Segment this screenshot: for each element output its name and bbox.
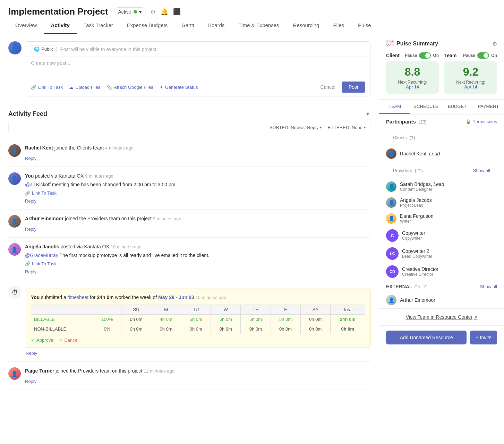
time-text: 9 minutes ago [153,216,181,221]
team-tabs: TEAM SCHEDULE BUDGET PAYMENT [379,100,504,114]
sort-filter[interactable]: SORTED: Newest Reply ▾ [270,125,322,130]
activity-feed-title: Activity Feed [8,110,47,118]
participants-title: Participants (23) [386,119,427,125]
ts-billable-f: 5h 0m [271,315,300,324]
reply-button[interactable]: Reply [25,227,36,232]
invite-button[interactable]: + Invite [470,331,497,344]
pulse-title-text: Pulse Summary [396,41,438,47]
providers-show-all[interactable]: Show all [473,168,497,173]
mention-text: @GraceMurray [25,253,58,258]
settings-icon[interactable]: ⚙ [150,8,156,16]
cancel-timesheet-button[interactable]: ✕ Cancel [59,338,78,343]
reply-button[interactable]: Reply [25,379,36,384]
cancel-button[interactable]: Cancel [320,84,335,90]
team-toggle[interactable] [477,52,489,59]
tab-team[interactable]: TEAM [379,100,410,114]
tab-overview[interactable]: Overview [8,17,44,34]
scroll-indicator[interactable]: ▼ [362,111,370,117]
tab-activity[interactable]: Activity [44,17,77,34]
timesheet-table: SU M TU W TH F SA Total [31,305,365,334]
tab-payment[interactable]: PAYMENT [473,100,504,114]
tab-schedule[interactable]: SCHEDULE [410,100,442,114]
tab-files[interactable]: Files [326,17,351,34]
attach-google-action[interactable]: 📎 Attach Google Files [106,85,153,90]
reply-button[interactable]: Reply [25,269,36,274]
action-text: posted via Kantata OX [35,173,85,179]
permissions-link[interactable]: 🔒 Permissions [465,119,497,124]
provider-member-item: CD Creative Director Creative Director [379,263,504,281]
nav-tabs: Overview Activity Task Tracker Expense B… [0,17,504,34]
link-to-task-link[interactable]: 🔗 Link To Task [25,190,370,196]
tab-budget[interactable]: BUDGET [442,100,473,114]
feed-item: 👤 Arthur Einemoor joined the Providers t… [8,210,370,238]
link-to-task-link[interactable]: 🔗 Link To Task [25,261,370,266]
client-member-name: Rachel Kent, Lead [400,151,497,156]
time-text: 12 minutes ago [144,368,174,374]
tab-expense-budgets[interactable]: Expense Budgets [120,17,175,34]
ts-billable-sa: 0h 0m [300,315,330,324]
bell-icon[interactable]: 🔔 [161,8,168,16]
message-text: Kickoff meeting time has been changed fr… [36,182,177,187]
ts-billable-total: 24h 0m [330,315,365,324]
cancel-ts-icon: ✕ [59,338,62,343]
tab-gantt[interactable]: Gantt [174,17,201,34]
team-panel: TEAM SCHEDULE BUDGET PAYMENT Participant… [379,100,504,349]
approve-icon: ✓ [31,338,35,343]
upload-icon: ☁ [69,85,74,90]
link-to-task-action[interactable]: 🔗 Link To Task [31,85,63,90]
ts-th-total: Total [330,305,365,315]
client-pause-label: Pause [405,53,417,58]
tab-resourcing[interactable]: Resourcing [286,17,326,34]
approve-button[interactable]: ✓ Approve [31,338,53,343]
visibility-badge[interactable]: 🌐 Public [31,45,57,53]
feed-filter-bar: SORTED: Newest Reply ▾ FILTERED: None ▾ [8,122,370,133]
external-show-all[interactable]: Show all [480,284,497,289]
reply-button[interactable]: Reply [25,156,36,161]
add-unnamed-resource-button[interactable]: Add Unnamed Resource [386,331,467,344]
rachel-client-avatar: 👤 [386,148,396,159]
ts-nonbillable-pct: 0% [93,324,121,334]
actor-name: Angela Jacobs [25,244,59,249]
action-text: posted via Kantata OX [61,244,111,249]
ts-intro4: worked the week of [115,294,159,300]
provider-role: Content Designer [400,187,497,192]
bottom-actions: Add Unnamed Resource + Invite [379,325,504,349]
attach-google-label: Attach Google Files [114,85,153,90]
filter-chevron: ▾ [364,125,366,130]
ts-th-m: M [151,305,181,315]
client-toggle[interactable] [419,52,431,59]
view-team-text: View Team in Resource Center [406,314,472,320]
status-dot [134,10,137,14]
reply-button[interactable]: Reply [25,198,36,204]
timer-avatar: ⏱ [8,286,22,299]
feed-item-timesheet: ⏱ You submitted a timesheet for 24h 0m w… [8,280,370,362]
tab-boards[interactable]: Boards [201,17,232,34]
upload-files-action[interactable]: ☁ Upload Files [69,85,100,90]
ts-billable-m: 4h 0m [151,315,181,324]
time-text: 10 minutes ago [111,244,142,249]
provider-role: Copywriter [402,236,497,241]
view-team-link[interactable]: View Team in Resource Center ↗ [379,308,504,325]
ts-timesheet-link[interactable]: timesheet [68,294,89,300]
provider-member-item: LC Copywriter 2 Lead Copywriter [379,245,504,263]
tab-time-expenses[interactable]: Time & Expenses [232,17,286,34]
status-badge[interactable]: Active ▾ [114,7,146,16]
tab-task-tracker[interactable]: Task Tracker [77,17,120,34]
tab-pulse[interactable]: Pulse [351,17,378,34]
post-button[interactable]: Post [342,82,365,93]
panel-icon[interactable]: ⬛ [173,8,181,16]
dana-avatar: 👤 [386,213,396,224]
ts-th-tu: TU [181,305,211,315]
filter-filter[interactable]: FILTERED: None ▾ [327,125,366,130]
reply-button[interactable]: Reply [26,351,37,356]
generate-status-action[interactable]: ✦ Generate Status [160,85,198,90]
ts-nb-tu: 0h 0m [181,324,211,334]
pulse-settings-icon[interactable]: ⚙ [492,41,497,47]
ts-th-empty2 [93,305,121,315]
post-body[interactable]: Create new post... [26,57,370,78]
external-help-icon[interactable]: ? [422,284,427,289]
action-text: joined the Clients team [54,145,105,151]
ts-nb-m: 0h 0m [151,324,181,334]
pulse-icon: 📈 [386,40,394,48]
ts-nb-f: 0h 0m [271,324,300,334]
